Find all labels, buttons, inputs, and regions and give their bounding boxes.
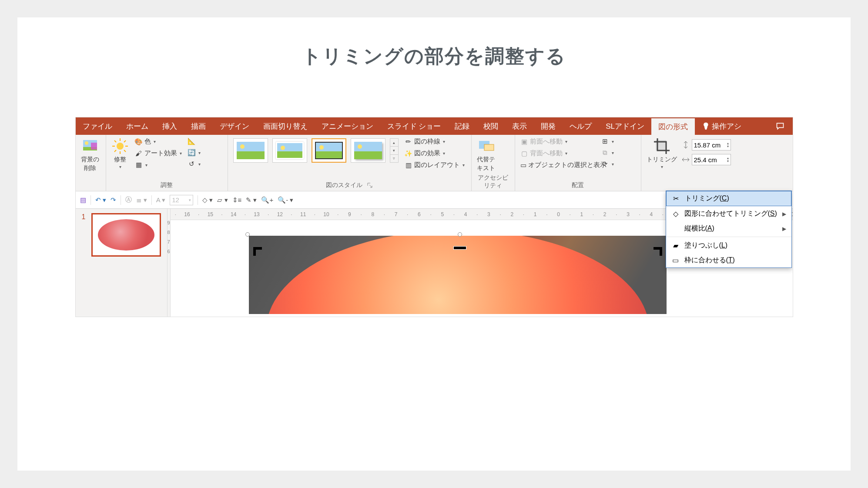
rotate-button[interactable]: ⟳▾ [600, 159, 616, 169]
tab-help[interactable]: ヘルプ [563, 117, 599, 135]
undo-button[interactable]: ↶ ▾ [95, 196, 106, 204]
outline-view-button[interactable]: ▤ [80, 196, 86, 204]
crop-icon: ✂ [672, 194, 680, 203]
slide-thumbnails-pane: 1 [76, 209, 167, 317]
tab-home[interactable]: ホーム [119, 117, 155, 135]
border-icon: ✏ [405, 138, 412, 146]
zoom-in-button[interactable]: 🔍+ [261, 196, 273, 204]
fit-icon: ▭ [671, 256, 680, 265]
remove-background-button[interactable]: 背景の 削除 [79, 137, 101, 173]
tab-file[interactable]: ファイル [76, 117, 119, 135]
dialog-launcher-icon[interactable] [367, 182, 373, 188]
style-thumb-1[interactable] [233, 138, 268, 163]
selection-icon: ▭ [520, 161, 526, 169]
selection-handle[interactable] [458, 232, 462, 237]
chevron-down-icon: ▾ [661, 164, 663, 169]
tab-tell-me[interactable]: 操作アシ [695, 117, 748, 135]
transparency-button[interactable]: ▦▾ [133, 160, 184, 170]
menu-fit[interactable]: ▭ 枠に合わせる(T) [666, 253, 791, 267]
crop-handle-top-mid[interactable] [453, 246, 466, 250]
crop-icon [653, 137, 670, 155]
group-label-adjust: 調整 [110, 180, 224, 190]
tab-animations[interactable]: アニメーション [315, 117, 380, 135]
bring-forward-icon: ▣ [520, 138, 528, 146]
tab-developer[interactable]: 開発 [534, 117, 563, 135]
selection-pane-button[interactable]: ▭ オブジェクトの選択と表示 [519, 160, 597, 170]
tab-design[interactable]: デザイン [213, 117, 256, 135]
svg-line-10 [124, 150, 126, 152]
slide-thumbnail-1[interactable] [91, 213, 161, 257]
menu-fill[interactable]: ▰ 塗りつぶし(L) [666, 238, 791, 253]
artistic-effects-button[interactable]: 🖌 アート効果▾ [133, 148, 184, 158]
bullets-button: ≣ ▾ [136, 196, 147, 204]
menu-crop-to-shape[interactable]: ◇ 図形に合わせてトリミング(S) ▶ [666, 206, 791, 221]
svg-rect-14 [484, 144, 494, 150]
fill-icon: ▰ [671, 241, 680, 250]
gallery-more-button[interactable]: ▴▾▿ [390, 138, 399, 163]
send-backward-icon: ▢ [520, 150, 528, 157]
crop-button[interactable]: トリミング ▾ [645, 137, 679, 170]
change-picture-button[interactable]: 🔄▾ [186, 148, 202, 157]
alt-text-icon [477, 137, 495, 155]
align-icon: ⊞ [601, 137, 609, 145]
transparency-icon: ▦ [135, 161, 143, 169]
align-button[interactable]: ⊞▾ [600, 137, 616, 146]
zoom-out-button[interactable]: 🔍- ▾ [278, 196, 293, 204]
page-title: トリミングの部分を調整する [302, 43, 566, 69]
effects-icon: ✨ [405, 150, 412, 157]
tab-sladdin[interactable]: SLアドイン [599, 117, 651, 135]
style-thumb-2[interactable] [272, 138, 307, 163]
crop-dropdown-menu: ✂ トリミング(C) ◇ 図形に合わせてトリミング(S) ▶ 縦横比(A) ▶ … [666, 191, 792, 268]
tab-view[interactable]: 表示 [505, 117, 534, 135]
menu-crop[interactable]: ✂ トリミング(C) [666, 191, 791, 206]
style-thumb-3[interactable] [312, 138, 346, 163]
line-spacing-button[interactable]: ⇕≡ [232, 196, 242, 204]
tab-insert[interactable]: 挿入 [155, 117, 184, 135]
tab-review[interactable]: 校閲 [476, 117, 505, 135]
shape-fill-button[interactable]: ▱ ▾ [217, 196, 228, 204]
group-button: ⧉▾ [600, 148, 616, 157]
vertical-ruler: 9876 [167, 209, 171, 317]
group-icon: ⧉ [601, 149, 609, 157]
ribbon: 背景の 削除 修整 ▾ 🎨 色▾ [76, 135, 793, 191]
menu-aspect-ratio[interactable]: 縦横比(A) ▶ [666, 221, 791, 236]
svg-line-11 [124, 140, 126, 142]
reset-icon: ↺ [188, 160, 196, 168]
style-thumb-4[interactable] [351, 138, 385, 163]
crop-handle-top-left[interactable] [253, 247, 262, 256]
picture-effects-button[interactable]: ✨ 図の効果▾ [403, 148, 466, 158]
width-input[interactable]: 25.4 cm ▴▾ [692, 154, 731, 165]
corrections-button[interactable]: 修整 ▾ [110, 137, 131, 170]
redo-button[interactable]: ↷ [111, 196, 116, 204]
reset-picture-button[interactable]: ↺▾ [186, 159, 202, 169]
picture-styles-gallery[interactable]: ▴▾▿ [231, 137, 400, 164]
shape-button[interactable]: ◇ ▾ [202, 196, 213, 204]
tab-transitions[interactable]: 画面切り替え [256, 117, 315, 135]
picture-border-button[interactable]: ✏ 図の枠線▾ [403, 137, 466, 147]
tab-draw[interactable]: 描画 [184, 117, 213, 135]
height-input[interactable]: 15.87 cm ▴▾ [692, 139, 731, 150]
selection-handle[interactable] [245, 232, 250, 237]
group-label-styles: 図のスタイル [231, 180, 468, 190]
ribbon-tabbar: ファイル ホーム 挿入 描画 デザイン 画面切り替え アニメーション スライド … [76, 117, 793, 135]
compress-button[interactable]: 📐 [186, 137, 202, 146]
comments-button[interactable] [767, 117, 793, 135]
svg-point-2 [85, 141, 88, 145]
tab-picture-format[interactable]: 図の形式 [651, 117, 695, 135]
brightness-icon [111, 137, 129, 155]
clear-format-button: Ⓐ [125, 196, 132, 204]
picture-layout-button[interactable]: ▥ 図のレイアウト▾ [403, 160, 466, 170]
width-icon [681, 155, 690, 164]
color-button[interactable]: 🎨 色▾ [133, 137, 184, 147]
font-size-input[interactable]: 12▾ [170, 195, 193, 205]
svg-line-9 [114, 140, 116, 142]
edit-shape-button[interactable]: ✎ ▾ [246, 196, 257, 204]
tab-slideshow[interactable]: スライド ショー [380, 117, 448, 135]
compress-icon: 📐 [188, 137, 196, 145]
svg-point-4 [117, 143, 124, 150]
crop-handle-top-right[interactable] [654, 247, 662, 256]
alt-text-button[interactable]: 代替テ キスト [475, 137, 497, 173]
tab-record[interactable]: 記録 [448, 117, 476, 135]
svg-rect-3 [91, 143, 97, 150]
group-label-accessibility: アクセシビリティ [475, 173, 511, 191]
